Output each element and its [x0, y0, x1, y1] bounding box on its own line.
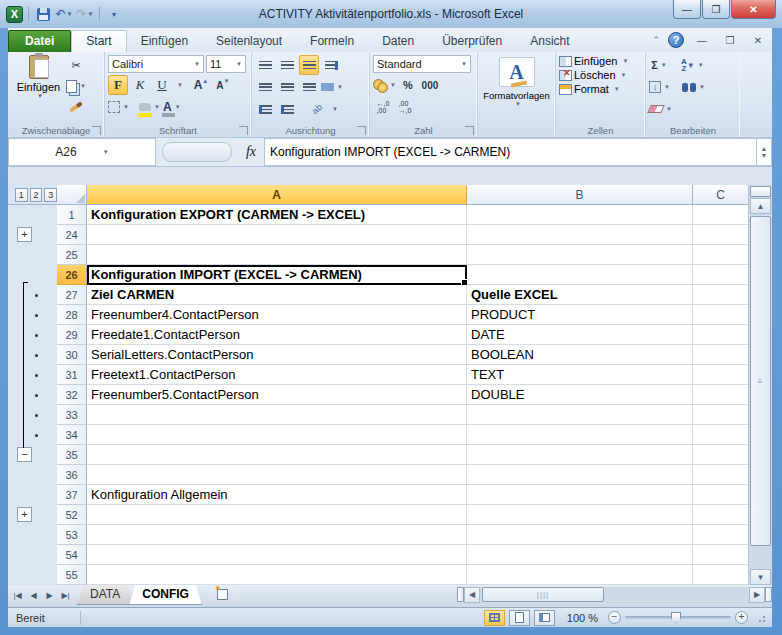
cell-B1[interactable] — [467, 205, 693, 225]
cell-C32[interactable] — [693, 385, 748, 405]
expand-formula-bar-icon[interactable]: ▲▼ — [756, 138, 772, 166]
insert-function-button[interactable]: fx — [238, 138, 264, 166]
first-sheet-button[interactable]: |◀ — [10, 588, 25, 603]
cell-A53[interactable] — [87, 525, 467, 545]
cell-C54[interactable] — [693, 545, 748, 565]
font-color-button[interactable]: A▼ — [162, 97, 182, 117]
cell-A55[interactable] — [87, 565, 467, 585]
align-right-button[interactable] — [299, 77, 319, 97]
column-header-c[interactable]: C — [693, 185, 748, 205]
align-center-button[interactable] — [277, 77, 297, 97]
row-header-31[interactable]: 31 — [57, 365, 87, 385]
orientation-button[interactable]: ab — [303, 95, 331, 123]
grow-font-button[interactable]: A▲ — [191, 75, 211, 95]
cell-B55[interactable] — [467, 565, 693, 585]
cell-B25[interactable] — [467, 245, 693, 265]
dialog-launcher-icon[interactable] — [92, 126, 101, 135]
select-all-corner[interactable] — [57, 185, 87, 205]
dialog-launcher-icon[interactable] — [357, 126, 366, 135]
cell-C53[interactable] — [693, 525, 748, 545]
cell-C29[interactable] — [693, 325, 748, 345]
font-size-combo[interactable]: 11▼ — [206, 55, 246, 73]
align-middle-button[interactable] — [277, 55, 297, 75]
cell-B30[interactable]: BOOLEAN — [467, 345, 693, 365]
cell-A29[interactable]: Freedate1.ContactPerson — [87, 325, 467, 345]
row-header-24[interactable]: 24 — [57, 225, 87, 245]
row-header-32[interactable]: 32 — [57, 385, 87, 405]
cell-C26[interactable] — [693, 265, 748, 285]
ribbon-tab-einfügen[interactable]: Einfügen — [127, 31, 202, 52]
italic-button[interactable]: K — [130, 75, 150, 95]
sheet-tab-config[interactable]: CONFIG — [129, 585, 202, 605]
row-header-36[interactable]: 36 — [57, 465, 87, 485]
zoom-slider-thumb[interactable] — [671, 612, 681, 623]
borders-button[interactable]: ▼ — [108, 97, 129, 117]
cell-C1[interactable] — [693, 205, 748, 225]
outline-level-3-button[interactable]: 3 — [44, 188, 57, 202]
cell-B27[interactable]: Quelle EXCEL — [467, 285, 693, 305]
next-sheet-button[interactable]: ▶ — [42, 588, 57, 603]
delete-cells-button[interactable]: Löschen▼ — [559, 69, 642, 81]
percent-style-button[interactable]: % — [398, 75, 418, 95]
shrink-font-button[interactable]: A▼ — [213, 75, 233, 95]
ribbon-tab-seitenlayout[interactable]: Seitenlayout — [202, 31, 296, 52]
window-close-icon[interactable]: ✕ — [748, 35, 768, 46]
row-header-37[interactable]: 37 — [57, 485, 87, 505]
row-header-1[interactable]: 1 — [57, 205, 87, 225]
cell-B33[interactable] — [467, 405, 693, 425]
formula-input[interactable]: Konfiguration IMPORT (EXCEL -> CARMEN) — [264, 138, 756, 166]
paste-button[interactable]: Einfügen ▼ — [11, 55, 66, 117]
align-left-button[interactable] — [255, 77, 275, 97]
scroll-left-icon[interactable]: ◀ — [464, 587, 480, 603]
zoom-out-button[interactable]: − — [608, 611, 621, 624]
window-minimize-icon[interactable]: — — [692, 35, 712, 46]
scroll-down-icon[interactable]: ▼ — [750, 569, 771, 585]
cell-C52[interactable] — [693, 505, 748, 525]
cell-A33[interactable] — [87, 405, 467, 425]
dialog-launcher-icon[interactable] — [465, 126, 474, 135]
merge-center-button[interactable]: ▼ — [321, 77, 343, 97]
accounting-format-button[interactable]: ▼ — [373, 75, 396, 95]
clear-button[interactable]: ▼ — [649, 99, 672, 119]
outline-level-2-button[interactable]: 2 — [30, 188, 43, 202]
expand-group-button[interactable]: + — [17, 507, 32, 522]
comma-style-button[interactable]: 000 — [420, 75, 440, 95]
cell-A1[interactable]: Konfiguration EXPORT (CARMEN -> EXCEL) — [87, 205, 467, 225]
decrease-indent-button[interactable] — [255, 99, 275, 119]
row-header-35[interactable]: 35 — [57, 445, 87, 465]
maximize-button[interactable]: ❐ — [702, 0, 730, 19]
row-header-55[interactable]: 55 — [57, 565, 87, 585]
row-header-25[interactable]: 25 — [57, 245, 87, 265]
scrollbar-track[interactable] — [749, 548, 772, 569]
row-header-26[interactable]: 26 — [57, 265, 87, 285]
font-name-combo[interactable]: Calibri▼ — [108, 55, 204, 73]
cell-C55[interactable] — [693, 565, 748, 585]
find-select-button[interactable]: ▼ — [682, 77, 705, 97]
cell-A34[interactable] — [87, 425, 467, 445]
ribbon-tab-start[interactable]: Start — [71, 30, 126, 52]
cell-B28[interactable]: PRODUCT — [467, 305, 693, 325]
underline-button[interactable]: U — [152, 75, 172, 95]
cell-B52[interactable] — [467, 505, 693, 525]
cell-B24[interactable] — [467, 225, 693, 245]
cell-A52[interactable] — [87, 505, 467, 525]
cell-A27[interactable]: Ziel CARMEN — [87, 285, 467, 305]
ribbon-tab-datei[interactable]: Datei — [8, 30, 71, 52]
cell-A36[interactable] — [87, 465, 467, 485]
cell-C25[interactable] — [693, 245, 748, 265]
cell-C33[interactable] — [693, 405, 748, 425]
resize-grip[interactable] — [756, 613, 766, 623]
chevron-down-icon[interactable]: ▼ — [332, 106, 338, 112]
row-header-53[interactable]: 53 — [57, 525, 87, 545]
cell-C36[interactable] — [693, 465, 748, 485]
chevron-down-icon[interactable]: ▼ — [177, 82, 183, 88]
ribbon-tab-daten[interactable]: Daten — [368, 31, 428, 52]
cell-B37[interactable] — [467, 485, 693, 505]
fill-button[interactable]: ↓▼ — [649, 77, 670, 97]
scrollbar-thumb[interactable]: |||| — [482, 587, 604, 602]
ribbon-tab-formeln[interactable]: Formeln — [296, 31, 368, 52]
horizontal-scrollbar[interactable]: ◀ |||| ▶ — [457, 585, 772, 604]
cell-A28[interactable]: Freenumber4.ContactPerson — [87, 305, 467, 325]
wrap-text-button[interactable] — [321, 55, 341, 75]
cell-C30[interactable] — [693, 345, 748, 365]
